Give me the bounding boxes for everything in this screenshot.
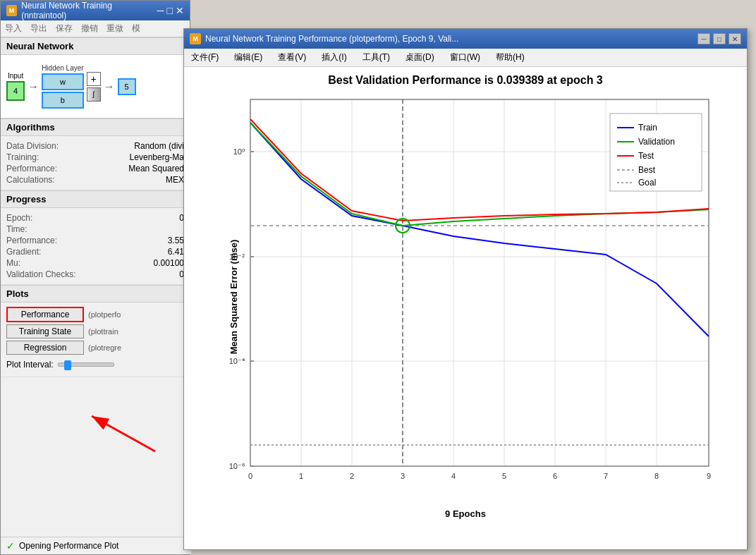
plots-title: Plots <box>1 285 190 303</box>
plot-matlab-logo: M <box>190 33 201 44</box>
svg-text:1: 1 <box>299 472 303 480</box>
toolbar-save[interactable]: 保存 <box>56 23 73 35</box>
regression-plot-label: (plotregre <box>88 343 121 352</box>
status-check-icon: ✓ <box>6 540 15 551</box>
svg-text:Train: Train <box>638 123 657 133</box>
regression-plot-row: Regression (plotregre <box>6 341 184 355</box>
plot-minimize-btn[interactable]: ─ <box>697 33 710 44</box>
performance-algo-row: Performance: Mean Squared <box>6 163 184 174</box>
regression-plot-button[interactable]: Regression <box>6 341 84 355</box>
performance-plot-label: (plotperfo <box>88 310 121 319</box>
data-division-label: Data Division: <box>6 141 59 151</box>
minimize-btn[interactable]: ─ <box>157 5 164 16</box>
menu-help[interactable]: 帮助(H) <box>493 50 528 65</box>
main-titlebar: M Neural Network Training (nntraintool) … <box>1 1 190 20</box>
main-toolbar: 导入 导出 保存 撤销 重做 模 <box>1 20 190 37</box>
training-value: Levenberg-Ma <box>130 152 184 162</box>
calculations-label: Calculations: <box>6 175 55 185</box>
validation-label: Validation Checks: <box>6 269 76 279</box>
mu-label: Mu: <box>6 258 20 268</box>
arrow-1: → <box>28 80 39 93</box>
toolbar-undo[interactable]: 撤销 <box>81 23 98 35</box>
gradient-label: Gradient: <box>6 247 41 257</box>
plots-section: Performance (plotperfo Training State (p… <box>1 303 190 377</box>
svg-text:Goal: Goal <box>638 178 656 188</box>
calculations-row: Calculations: MEX <box>6 174 184 185</box>
nn-output-size: 5 <box>118 78 136 95</box>
algorithms-title: Algorithms <box>1 118 190 136</box>
data-division-row: Data Division: Random (divi <box>6 140 184 152</box>
menu-edit[interactable]: 编辑(E) <box>231 50 265 65</box>
menu-tools[interactable]: 工具(T) <box>360 50 393 65</box>
plot-menubar: 文件(F) 编辑(E) 查看(V) 插入(I) 工具(T) 桌面(D) 窗口(W… <box>184 49 747 67</box>
input-value: 4 <box>13 87 18 95</box>
algorithms-section: Data Division: Random (divi Training: Le… <box>1 136 190 190</box>
calculations-value: MEX <box>166 175 184 185</box>
performance-plot-button[interactable]: Performance <box>6 307 84 322</box>
toolbar-export[interactable]: 导出 <box>30 23 47 35</box>
mu-row: Mu: 0.00100 <box>6 257 184 269</box>
training-row: Training: Levenberg-Ma <box>6 152 184 163</box>
plot-titlebar: M Neural Network Training Performance (p… <box>184 29 747 49</box>
plot-interval-label: Plot Interval: <box>6 360 54 370</box>
training-state-plot-row: Training State (plottrain <box>6 324 184 339</box>
performance-algo-label: Performance: <box>6 164 57 173</box>
activation-node: ∫ <box>87 87 101 102</box>
arrow-2: → <box>104 80 115 93</box>
progress-section: Epoch: 0 Time: Performance: 3.55 Gradien… <box>1 208 190 285</box>
validation-row: Validation Checks: 0 <box>6 269 184 280</box>
weight-label: w <box>60 78 66 86</box>
y-axis-label: Mean Squared Error (mse) <box>228 240 239 355</box>
svg-text:Best: Best <box>638 165 656 175</box>
nn-input-box: 4 <box>6 81 25 101</box>
input-label: Input <box>6 72 25 80</box>
mu-value: 0.00100 <box>154 258 184 268</box>
epoch-row: Epoch: 0 <box>6 212 184 224</box>
performance-plot-row: Performance (plotperfo <box>6 307 184 322</box>
plot-window: M Neural Network Training Performance (p… <box>183 28 748 550</box>
x-axis-label: 9 Epochs <box>445 508 486 519</box>
toolbar-redo[interactable]: 重做 <box>106 23 123 35</box>
chart-svg: 10⁰ 10⁻² 10⁻⁴ 10⁻⁶ 0 1 2 3 4 5 6 7 8 9 <box>208 92 723 501</box>
performance-prog-row: Performance: 3.55 <box>6 235 184 246</box>
menu-insert[interactable]: 插入(I) <box>319 50 349 65</box>
menu-desktop[interactable]: 桌面(D) <box>403 50 437 65</box>
plot-interval-slider[interactable] <box>58 362 114 367</box>
svg-text:10⁻⁴: 10⁻⁴ <box>229 357 245 365</box>
menu-view[interactable]: 查看(V) <box>275 50 309 65</box>
toolbar-import[interactable]: 导入 <box>5 23 22 35</box>
svg-text:4: 4 <box>451 472 456 480</box>
svg-text:2: 2 <box>350 472 354 480</box>
plot-titlebar-controls: ─ □ ✕ <box>697 33 741 44</box>
performance-prog-value: 3.55 <box>168 236 184 245</box>
plot-close-btn[interactable]: ✕ <box>728 33 741 44</box>
plot-maximize-btn[interactable]: □ <box>713 33 726 44</box>
status-bar: ✓ Opening Performance Plot <box>1 537 191 554</box>
nn-diagram: Input 4 → Hidden Layer w b + ∫ → 5 <box>1 55 190 118</box>
svg-text:9: 9 <box>707 472 711 480</box>
toolbar-more[interactable]: 模 <box>132 23 140 35</box>
nn-section-title: Neural Network <box>1 37 190 55</box>
nn-weight-box: w <box>42 73 83 90</box>
plot-window-title: Neural Network Training Performance (plo… <box>205 34 458 44</box>
plot-area: Best Validation Performance is 0.039389 … <box>184 67 747 545</box>
gradient-row: Gradient: 6.41 <box>6 246 184 257</box>
nn-bias-box: b <box>42 92 83 109</box>
chart-title: Best Validation Performance is 0.039389 … <box>195 74 736 87</box>
svg-text:0: 0 <box>248 472 252 480</box>
maximize-btn[interactable]: □ <box>167 5 173 16</box>
progress-title: Progress <box>1 190 190 208</box>
time-row: Time: <box>6 224 184 235</box>
menu-window[interactable]: 窗口(W) <box>447 50 483 65</box>
training-state-plot-button[interactable]: Training State <box>6 324 84 339</box>
svg-text:10⁰: 10⁰ <box>233 147 245 156</box>
training-label: Training: <box>6 152 39 162</box>
data-division-value: Random (divi <box>134 141 184 151</box>
matlab-logo: M <box>6 5 17 16</box>
menu-file[interactable]: 文件(F) <box>188 50 221 65</box>
plot-titlebar-left: M Neural Network Training Performance (p… <box>190 33 458 44</box>
sum-node: + <box>87 72 101 86</box>
svg-text:6: 6 <box>553 472 557 480</box>
close-btn[interactable]: ✕ <box>176 5 184 16</box>
svg-text:5: 5 <box>502 472 506 480</box>
